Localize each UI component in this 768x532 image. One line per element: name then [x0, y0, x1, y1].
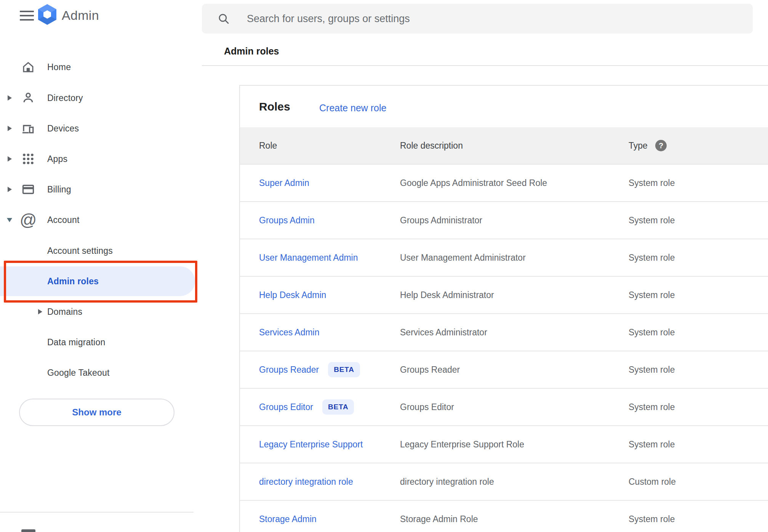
help-icon[interactable]: ?: [655, 140, 667, 151]
at-icon: @: [21, 213, 35, 227]
role-description: directory integration role: [400, 463, 494, 500]
sidebar-item-devices[interactable]: Devices: [0, 113, 198, 144]
sidebar-item-account-settings[interactable]: Account settings: [0, 236, 198, 266]
hamburger-menu-icon[interactable]: [20, 11, 34, 21]
sidebar-item-billing[interactable]: Billing: [0, 174, 198, 205]
sidebar-item-label: Home: [47, 62, 71, 72]
role-description: Legacy Enterprise Support Role: [400, 426, 524, 463]
header-divider: [202, 65, 768, 66]
sidebar-item-google-takeout[interactable]: Google Takeout: [0, 357, 198, 388]
admin-logo[interactable]: Admin: [38, 5, 99, 26]
role-type: System role: [629, 314, 675, 351]
sidebar-item-account[interactable]: @ Account: [0, 205, 198, 235]
search-bar: [202, 4, 753, 34]
role-description: User Management Administrator: [400, 239, 526, 276]
sidebar-item-label: Domains: [47, 307, 82, 317]
role-type: System role: [629, 202, 675, 239]
role-link[interactable]: Services Admin: [259, 314, 320, 351]
expand-arrow-icon[interactable]: [8, 95, 12, 101]
table-row: User Management Admin User Management Ad…: [240, 239, 768, 276]
breadcrumb: Admin roles: [224, 46, 279, 57]
billing-icon: [21, 182, 35, 197]
role-type: System role: [629, 277, 675, 313]
sidebar: Admin Home Directory Devices: [0, 0, 202, 532]
role-description: Groups Reader: [400, 351, 460, 388]
role-type: System role: [629, 351, 675, 388]
show-more-label: Show more: [72, 407, 121, 418]
sidebar-bottom-divider: [0, 512, 194, 513]
sidebar-item-label: Devices: [47, 123, 79, 134]
role-type: System role: [629, 426, 675, 463]
devices-icon: [21, 121, 35, 136]
table-row: Help Desk Admin Help Desk Administrator …: [240, 276, 768, 313]
sidebar-item-label: Google Takeout: [47, 368, 110, 378]
sidebar-item-admin-roles[interactable]: Admin roles: [0, 266, 195, 296]
table-row: Legacy Enterprise Support Legacy Enterpr…: [240, 425, 768, 463]
role-link[interactable]: directory integration role: [259, 463, 353, 500]
table-row: Groups Reader BETA Groups Reader System …: [240, 351, 768, 388]
table-header-row: Role Role description Type ?: [240, 127, 768, 164]
sidebar-item-directory[interactable]: Directory: [0, 83, 198, 113]
role-type: Custom role: [629, 463, 676, 500]
expand-arrow-icon[interactable]: [8, 156, 12, 162]
role-link[interactable]: Storage Admin: [259, 501, 317, 532]
column-header-type: Type: [629, 141, 648, 151]
role-type: System role: [629, 501, 675, 532]
admin-logo-icon: [38, 4, 56, 26]
sidebar-item-apps[interactable]: Apps: [0, 144, 198, 174]
role-link[interactable]: User Management Admin: [259, 239, 358, 276]
sidebar-item-label: Apps: [47, 154, 67, 164]
role-description: Google Apps Administrator Seed Role: [400, 165, 547, 201]
role-type: System role: [629, 389, 675, 425]
role-type: System role: [629, 239, 675, 276]
role-description: Services Administrator: [400, 314, 487, 351]
table-row: Groups Editor BETA Groups Editor System …: [240, 388, 768, 425]
role-link[interactable]: Groups Editor BETA: [259, 389, 354, 425]
role-link[interactable]: Help Desk Admin: [259, 277, 326, 313]
expand-arrow-icon[interactable]: [38, 309, 42, 314]
search-input[interactable]: [247, 4, 742, 34]
sidebar-item-label: Account: [47, 215, 80, 225]
role-description: Groups Administrator: [400, 202, 482, 239]
person-icon: [21, 91, 35, 105]
table-row: Groups Admin Groups Administrator System…: [240, 201, 768, 239]
role-description: Help Desk Administrator: [400, 277, 494, 313]
table-row: Super Admin Google Apps Administrator Se…: [240, 164, 768, 201]
beta-badge: BETA: [328, 362, 360, 377]
sidebar-item-label: Directory: [47, 93, 83, 103]
roles-card: Roles Create new role Role Role descript…: [239, 85, 768, 532]
sidebar-item-label: Data migration: [47, 337, 105, 348]
role-link-text: Groups Reader: [259, 365, 319, 375]
expand-arrow-icon[interactable]: [8, 187, 12, 192]
beta-badge: BETA: [322, 399, 354, 415]
sidebar-item-label: Admin roles: [47, 276, 99, 287]
sidebar-item-label: Billing: [47, 184, 71, 195]
cut-off-bottom-icon: [21, 529, 35, 532]
home-icon: [21, 60, 35, 74]
sidebar-item-label: Account settings: [47, 246, 113, 256]
collapse-arrow-icon[interactable]: [7, 218, 12, 222]
sidebar-item-data-migration[interactable]: Data migration: [0, 327, 198, 357]
role-description: Groups Editor: [400, 389, 454, 425]
role-link-text: Groups Editor: [259, 402, 313, 412]
role-link[interactable]: Super Admin: [259, 165, 309, 201]
role-link[interactable]: Legacy Enterprise Support: [259, 426, 363, 463]
role-link[interactable]: Groups Admin: [259, 202, 315, 239]
column-header-description: Role description: [400, 141, 463, 151]
role-type: System role: [629, 165, 675, 201]
apps-grid-icon: [21, 152, 35, 166]
search-icon: [217, 12, 230, 25]
admin-logo-text: Admin: [62, 8, 99, 23]
role-description: Storage Admin Role: [400, 501, 478, 532]
table-row: Storage Admin Storage Admin Role System …: [240, 500, 768, 532]
role-link[interactable]: Groups Reader BETA: [259, 351, 360, 388]
show-more-button[interactable]: Show more: [19, 399, 174, 426]
create-new-role-link[interactable]: Create new role: [319, 103, 386, 114]
table-row: directory integration role directory int…: [240, 463, 768, 500]
table-row: Services Admin Services Administrator Sy…: [240, 313, 768, 351]
sidebar-item-domains[interactable]: Domains: [0, 296, 198, 327]
roles-table: Super Admin Google Apps Administrator Se…: [240, 164, 768, 532]
sidebar-item-home[interactable]: Home: [0, 52, 198, 82]
expand-arrow-icon[interactable]: [8, 126, 12, 131]
column-header-role: Role: [259, 141, 277, 151]
